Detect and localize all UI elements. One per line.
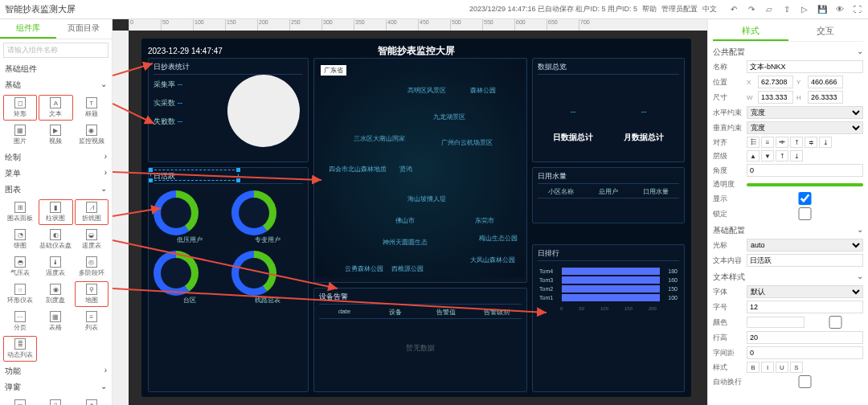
panel-summary[interactable]: 数据总览 --日数据总计 --月数据总计 xyxy=(532,58,685,162)
export-icon[interactable]: ⇪ xyxy=(781,4,792,15)
tab-style[interactable]: 样式 xyxy=(713,22,788,41)
layer-bot-icon[interactable]: ⤓ xyxy=(790,150,803,162)
comp-pressure[interactable]: ◓气压表 xyxy=(3,254,37,280)
comp-drawer[interactable]: ▯抽屉 xyxy=(39,397,72,405)
lh-input[interactable] xyxy=(747,331,863,344)
comp-table[interactable]: ▦表格 xyxy=(39,309,72,334)
font-select[interactable]: 默认 xyxy=(747,285,863,298)
cat-basic[interactable]: 基础⌄ xyxy=(0,77,112,93)
ruler-vertical xyxy=(113,31,129,405)
cat-chart[interactable]: 图表⌄ xyxy=(0,182,112,198)
cat-menu[interactable]: 菜单› xyxy=(0,166,112,182)
color-swatch[interactable] xyxy=(747,317,805,328)
pos-x-input[interactable] xyxy=(758,76,793,88)
layer-up-icon[interactable]: ▲ xyxy=(747,150,760,162)
comp-gauge[interactable]: ◐基础仪表盘 xyxy=(39,227,72,252)
section-basic[interactable]: 基础配置⌄ xyxy=(713,225,863,236)
comp-dialog[interactable]: ▭弹窗 xyxy=(3,397,37,405)
angle-input[interactable] xyxy=(747,164,863,177)
tab-components[interactable]: 组件库 xyxy=(0,19,56,39)
cat-draw[interactable]: 绘制› xyxy=(0,149,112,166)
undo-icon[interactable]: ↶ xyxy=(728,4,739,15)
comp-list[interactable]: ≡列表 xyxy=(75,309,108,334)
comp-rect[interactable]: ◻矩形 xyxy=(3,95,37,121)
comp-ring-gauge[interactable]: ○环形仪表 xyxy=(3,281,37,307)
align-mid-icon[interactable]: ≑ xyxy=(805,137,817,148)
content-input[interactable] xyxy=(747,254,863,267)
layer-down-icon[interactable]: ▼ xyxy=(761,150,774,162)
dashboard-body: 日抄表统计 采集率 -- 实采数 -- 失败数 -- 广东省 高明区风景区森林公… xyxy=(148,58,685,392)
pos-y-input[interactable] xyxy=(808,76,843,88)
lang-toggle[interactable]: 中文 xyxy=(702,4,717,14)
panel-alert[interactable]: 设备告警 date 设备 告警值 告警级别 暂无数据 xyxy=(313,288,527,392)
strike-icon[interactable]: S xyxy=(790,362,803,373)
comp-video[interactable]: ▶视频 xyxy=(39,122,72,148)
panel-daily-stats[interactable]: 日抄表统计 采集率 -- 实采数 -- 失败数 -- xyxy=(148,58,309,162)
help-link[interactable]: 帮助 xyxy=(642,4,657,14)
canvas-area[interactable]: 0501001502002503003504004505005506006507… xyxy=(113,19,707,405)
panel-map[interactable]: 广东省 高明区风景区森林公园九龙湖景区三水区大南山国家广州白云机场景区四会市北山… xyxy=(313,58,527,283)
map-province-tag[interactable]: 广东省 xyxy=(321,65,346,76)
vcons-select[interactable]: 宽度 xyxy=(747,121,863,134)
map-view[interactable]: 广东省 高明区风景区森林公园九龙湖景区三水区大南山国家广州白云机场景区四会市北山… xyxy=(316,60,525,277)
comp-map[interactable]: ⚲地图 xyxy=(75,281,108,307)
app-title: 智能抄表监测大屏 xyxy=(5,3,76,15)
cat-func[interactable]: 功能› xyxy=(0,363,112,379)
comp-temp[interactable]: 🌡温度表 xyxy=(39,254,72,280)
name-input[interactable] xyxy=(747,60,863,73)
component-search[interactable]: 请输入组件名称 xyxy=(3,43,108,58)
layer-top-icon[interactable]: ⤒ xyxy=(776,150,788,162)
panel-gauges[interactable]: 日活跃 低压用户 专变用户 台区 线路总表 xyxy=(148,167,309,392)
comp-image[interactable]: ▦图片 xyxy=(3,122,37,148)
wrap-toggle[interactable] xyxy=(747,375,863,388)
comp-chart-panel[interactable]: ⊞图表面板 xyxy=(3,199,37,225)
comp-monitor[interactable]: ◉监控视频 xyxy=(75,122,108,148)
hcons-select[interactable]: 宽度 xyxy=(747,106,863,119)
opacity-slider[interactable] xyxy=(747,183,863,186)
preview-icon[interactable]: 👁 xyxy=(834,4,845,15)
comp-dyn-list[interactable]: ≣动态列表 xyxy=(3,336,37,362)
color-toggle[interactable] xyxy=(808,316,864,329)
comp-multi-ring[interactable]: ◎多阶段环 xyxy=(75,254,108,280)
show-toggle[interactable] xyxy=(747,192,863,205)
redo-icon[interactable]: ↷ xyxy=(746,4,757,15)
panel-water[interactable]: 日用水量 小区名称 总用户 日用水量 xyxy=(532,167,685,223)
bold-icon[interactable]: B xyxy=(747,362,760,373)
dashboard-screen[interactable]: 2023-12-29 14:47:47 智能抄表监控大屏 日抄表统计 采集率 -… xyxy=(141,39,691,397)
tab-page-tree[interactable]: 页面目录 xyxy=(56,19,113,39)
underline-icon[interactable]: U xyxy=(776,362,788,373)
save-icon[interactable]: 💾 xyxy=(817,4,828,15)
align-top-icon[interactable]: ⤒ xyxy=(790,137,803,148)
italic-icon[interactable]: I xyxy=(761,362,774,373)
section-text[interactable]: 文本样式⌄ xyxy=(713,272,863,283)
size-w-input[interactable] xyxy=(758,91,793,104)
cursor-select[interactable]: auto xyxy=(747,239,863,252)
comp-speed[interactable]: ◒速度表 xyxy=(75,227,108,252)
ls-input[interactable] xyxy=(747,346,863,359)
align-left-icon[interactable]: ⬱ xyxy=(747,137,760,148)
section-public[interactable]: 公共配置⌄ xyxy=(713,47,863,58)
panel-rank[interactable]: 日排行 Tom4180Tom3160Tom2150Tom1100 0501001… xyxy=(532,244,685,392)
admin-link[interactable]: 管理员配置 xyxy=(661,4,698,14)
comp-line[interactable]: ⩘折线图 xyxy=(75,199,108,225)
lock-toggle[interactable] xyxy=(747,207,863,220)
comp-pie[interactable]: ◔饼图 xyxy=(3,227,37,252)
align-right-icon[interactable]: ⬲ xyxy=(776,137,788,148)
comp-popover[interactable]: ◈气泡卡片 xyxy=(75,397,108,405)
size-h-input[interactable] xyxy=(808,91,843,104)
fullscreen-icon[interactable]: ⛶ xyxy=(852,4,863,15)
send-icon[interactable]: ▷ xyxy=(799,4,810,15)
tab-interact[interactable]: 交互 xyxy=(788,22,864,41)
cat-popup[interactable]: 弹窗⌄ xyxy=(0,379,112,395)
chevron-down-icon: ⌄ xyxy=(100,184,107,195)
comp-bar[interactable]: ▮柱状图 xyxy=(39,199,72,225)
comp-title[interactable]: T标题 xyxy=(75,95,108,121)
comp-text[interactable]: A文本 xyxy=(39,95,72,121)
fsize-input[interactable] xyxy=(747,301,863,313)
align-center-icon[interactable]: ≡ xyxy=(761,137,774,148)
cat-basic-comp[interactable]: 基础组件 xyxy=(0,61,112,77)
align-bot-icon[interactable]: ⤓ xyxy=(819,137,832,148)
fit-icon[interactable]: ▱ xyxy=(764,4,775,15)
comp-dial[interactable]: ◉刻度盘 xyxy=(39,281,72,307)
comp-pager[interactable]: ⋯分页 xyxy=(3,309,37,334)
